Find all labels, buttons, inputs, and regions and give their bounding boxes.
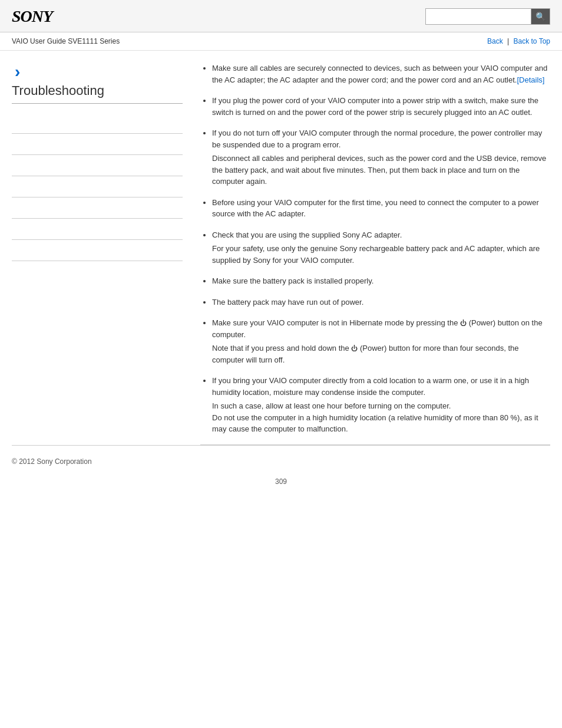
sidebar-item[interactable] — [12, 113, 183, 134]
bullet-item-9: If you bring your VAIO computer directly… — [212, 375, 550, 435]
sidebar-item-list — [12, 113, 183, 261]
back-link[interactable]: Back — [487, 37, 503, 45]
sidebar-item[interactable] — [12, 176, 183, 197]
power-icon: ⏻ — [460, 319, 467, 327]
sony-logo: SONY — [12, 7, 52, 26]
sidebar-title: Troubleshooting — [12, 83, 183, 104]
search-area: 🔍 — [425, 8, 550, 25]
sidebar-chevron — [12, 62, 183, 83]
power-icon-2: ⏻ — [351, 345, 358, 352]
guide-title: VAIO User Guide SVE1111 Series — [12, 37, 120, 45]
sidebar-item[interactable] — [12, 134, 183, 155]
details-link[interactable]: [Details] — [517, 75, 544, 84]
sidebar-item[interactable] — [12, 155, 183, 176]
sidebar-item[interactable] — [12, 219, 183, 240]
bullet-item-2: If you plug the power cord of your VAIO … — [212, 95, 550, 118]
header: SONY 🔍 — [0, 0, 562, 32]
search-icon: 🔍 — [535, 12, 546, 21]
bullet-item-4: Before using your VAIO computer for the … — [212, 197, 550, 220]
nav-separator: | — [507, 37, 509, 45]
back-to-top-link[interactable]: Back to Top — [514, 37, 550, 45]
bullet-list: Make sure all cables are securely connec… — [200, 62, 550, 435]
sidebar-item[interactable] — [12, 197, 183, 219]
sub-text: Note that if you press and hold down the… — [212, 342, 550, 365]
bullet-item-1: Make sure all cables are securely connec… — [212, 62, 550, 85]
sub-text: Disconnect all cables and peripheral dev… — [212, 153, 550, 187]
nav-links: Back | Back to Top — [487, 37, 550, 45]
bullet-item-8: Make sure your VAIO computer is not in H… — [212, 317, 550, 365]
sub-text: For your safety, use only the genuine So… — [212, 243, 550, 266]
sidebar-item[interactable] — [12, 240, 183, 261]
main-content: Make sure all cables are securely connec… — [194, 62, 550, 445]
bullet-item-3: If you do not turn off your VAIO compute… — [212, 127, 550, 187]
search-button[interactable]: 🔍 — [531, 8, 550, 25]
nav-bar: VAIO User Guide SVE1111 Series Back | Ba… — [0, 32, 562, 51]
sub-text: In such a case, allow at least one hour … — [212, 400, 550, 435]
copyright-text: © 2012 Sony Corporation — [12, 457, 92, 466]
footer: © 2012 Sony Corporation — [0, 446, 562, 472]
main-bottom-border — [200, 444, 550, 445]
search-input[interactable] — [425, 8, 531, 25]
bullet-item-7: The battery pack may have run out of pow… — [212, 297, 550, 308]
bullet-item-5: Check that you are using the supplied So… — [212, 229, 550, 266]
bullet-item-6: Make sure the battery pack is installed … — [212, 275, 550, 287]
sidebar: Troubleshooting — [12, 62, 194, 445]
page-number: 309 — [0, 472, 562, 498]
chevron-right-icon — [15, 62, 27, 74]
content-wrapper: Troubleshooting Make sure all cables are… — [0, 62, 562, 445]
